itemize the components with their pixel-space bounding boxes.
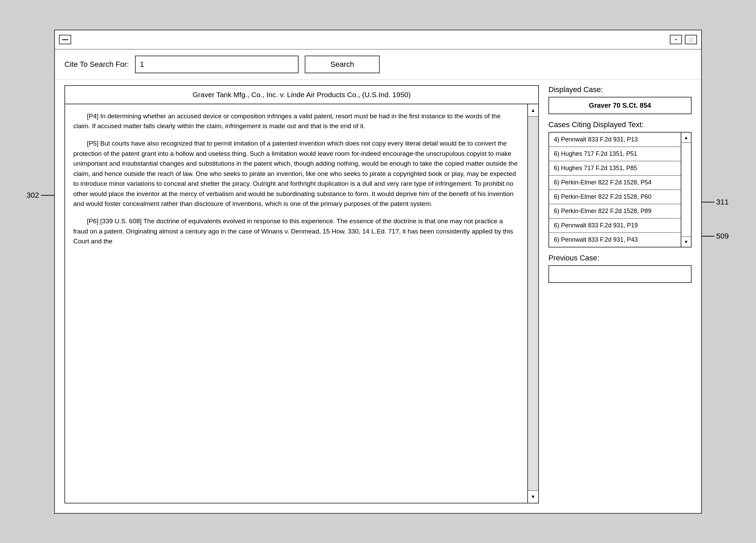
previous-case-section: Previous Case: [548,254,692,283]
right-panel: Displayed Case: Graver 70 S.Ct. 854 Case… [548,85,692,503]
citing-scroll-down[interactable]: ▼ [681,237,691,247]
list-item[interactable]: 6) Hughes 717 F.2d 1351, P85 [549,161,681,176]
citing-cases-wrapper: 4) Pennwalt 833 F.2d 931, P13 6) Hughes … [548,132,692,247]
paragraph-p6: [P6] [339 U.S. 608] The doctrine of equi… [73,216,519,246]
citing-scroll-up[interactable]: ▲ [681,133,691,143]
case-title: Graver Tank Mfg., Co., Inc. v. Linde Air… [65,86,538,104]
list-item[interactable]: 6) Pennwalt 833 F.2d 931, P19 [549,218,681,233]
search-label: Cite To Search For: [64,60,129,69]
list-item[interactable]: 6) Hughes 717 F.2d 1351, P51 [549,147,681,161]
minimize-icon [62,39,68,40]
left-panel: Graver Tank Mfg., Co., Inc. v. Linde Air… [64,85,539,503]
title-bar: • □ [55,30,701,49]
search-button[interactable]: Search [305,56,380,73]
search-bar: Cite To Search For: Search [55,49,701,80]
citing-cases-scrollbar: ▲ ▼ [681,133,691,247]
annotation-311: 311 [716,198,729,207]
citing-cases-section: Cases Citing Displayed Text: 4) Pennwalt… [548,120,692,247]
displayed-case-box: Graver 70 S.Ct. 854 [548,97,692,114]
list-item[interactable]: 6) Perkin-Elmer 822 F.2d 1528, P60 [549,190,681,204]
citing-cases-list: 4) Pennwalt 833 F.2d 931, P13 6) Hughes … [549,133,681,247]
dot-icon: • [675,37,677,42]
search-input[interactable] [135,56,299,73]
scroll-track [528,117,538,491]
case-text: [P4] In determining whether an accused d… [65,104,527,503]
paragraph-p5: [P5] But courts have also recognized tha… [73,138,519,209]
previous-case-box [548,265,692,283]
annotation-509: 509 [716,232,729,241]
dot-button[interactable]: • [670,35,682,44]
maximize-button[interactable]: □ [685,35,697,44]
displayed-case-label: Displayed Case: [548,85,692,94]
list-item[interactable]: 6) Pennwalt 833 F.2d 931, P43 [549,233,681,247]
paragraph-p4: [P4] In determining whether an accused d… [73,111,519,131]
previous-case-label: Previous Case: [548,254,692,262]
list-item[interactable]: 6) Perkin-Elmer 822 F.2d 1528, P54 [549,176,681,190]
list-item[interactable]: 6) Perkin-Elmer 822 F.2d 1528, P89 [549,204,681,218]
main-window: • □ Cite To Search For: Search Graver Ta… [54,30,702,514]
text-scrollbar: ▲ ▼ [527,104,538,503]
main-content: Graver Tank Mfg., Co., Inc. v. Linde Air… [55,80,701,513]
displayed-case-section: Displayed Case: Graver 70 S.Ct. 854 [548,85,692,114]
scroll-down-button[interactable]: ▼ [528,491,538,503]
annotation-302: 302 [27,191,39,200]
annotation-302-line [41,195,56,196]
minimize-button[interactable] [59,35,71,44]
list-item[interactable]: 4) Pennwalt 833 F.2d 931, P13 [549,133,681,147]
citing-cases-label: Cases Citing Displayed Text: [548,120,692,129]
text-container: [P4] In determining whether an accused d… [65,104,538,503]
scroll-up-button[interactable]: ▲ [528,104,538,117]
square-icon: □ [690,37,692,42]
